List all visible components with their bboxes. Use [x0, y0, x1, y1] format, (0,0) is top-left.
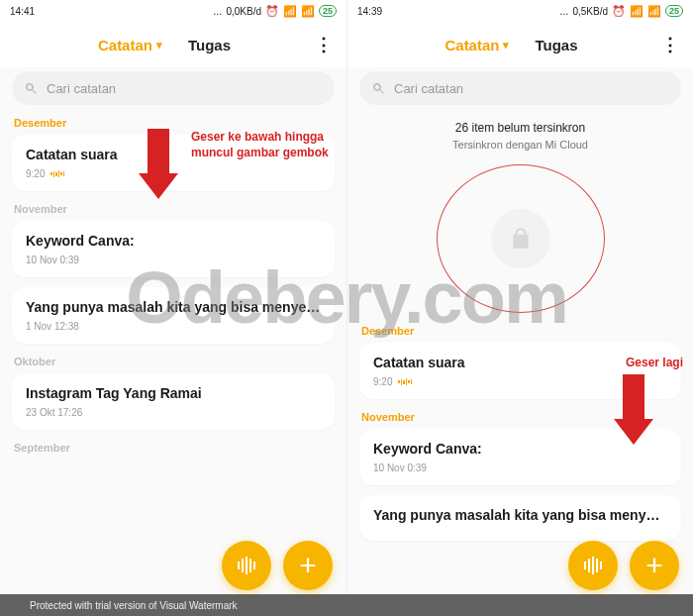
search-icon — [371, 81, 386, 96]
note-card[interactable]: Yang punya masalah kita yang bisa menyel… — [12, 287, 335, 344]
sync-status: 26 item belum tersinkron Tersinkron deng… — [347, 115, 693, 154]
note-title: Catatan suara — [373, 355, 667, 370]
note-title: Keyword Canva: — [26, 233, 321, 249]
signal-icon: 📶 — [283, 5, 297, 18]
sync-service: Tersinkron dengan Mi Cloud — [357, 139, 683, 151]
add-note-button[interactable]: + — [630, 541, 679, 590]
search-input[interactable] — [47, 81, 323, 96]
net-speed: 0,5KB/d — [572, 6, 608, 17]
wifi-icon: 📶 — [647, 5, 661, 18]
fab-group: + — [222, 541, 333, 590]
voice-icon — [50, 170, 64, 177]
search-bar[interactable] — [359, 71, 681, 105]
add-note-button[interactable]: + — [283, 541, 333, 590]
pull-lock-indicator — [437, 164, 605, 313]
tutorial-hint: Geser lagi — [626, 355, 683, 370]
voice-note-button[interactable] — [568, 541, 618, 590]
note-title: Instagram Tag Yang Ramai — [26, 385, 321, 401]
lock-icon — [491, 209, 550, 268]
status-bar: 14:39 ... 0,5KB/d ⏰ 📶 📶 25 — [347, 0, 693, 22]
battery-icon: 25 — [319, 5, 337, 17]
status-bar: 14:41 ... 0,0KB/d ⏰ 📶 📶 25 — [0, 0, 346, 22]
voice-icon — [398, 378, 412, 385]
header: Catatan Tugas ⋮ — [347, 22, 693, 67]
screenshot-left: 14:41 ... 0,0KB/d ⏰ 📶 📶 25 Catatan Tugas… — [0, 0, 346, 616]
voice-note-button[interactable] — [222, 541, 271, 590]
tutorial-arrow-icon — [614, 374, 653, 454]
note-meta: 10 Nov 0:39 — [373, 462, 667, 473]
screenshot-right: 14:39 ... 0,5KB/d ⏰ 📶 📶 25 Catatan Tugas… — [346, 0, 693, 616]
tab-notes[interactable]: Catatan — [98, 37, 162, 53]
wifi-icon: 📶 — [301, 5, 315, 18]
signal-icon: 📶 — [630, 5, 644, 18]
sync-count: 26 item belum tersinkron — [357, 121, 683, 135]
tab-tasks[interactable]: Tugas — [535, 37, 577, 53]
note-meta: 10 Nov 0:39 — [26, 255, 321, 265]
note-card[interactable]: Instagram Tag Yang Ramai 23 Okt 17:26 — [12, 373, 335, 430]
note-title: Yang punya masalah kita yang bisa menyel… — [373, 507, 667, 523]
fab-group: + — [568, 541, 679, 590]
net-speed: 0,0KB/d — [226, 6, 261, 17]
clock: 14:39 — [357, 6, 382, 17]
note-meta: 23 Okt 17:26 — [26, 407, 321, 418]
search-bar[interactable] — [12, 71, 335, 105]
alarm-icon: ⏰ — [265, 5, 279, 18]
note-card[interactable]: Keyword Canva: 10 Nov 0:39 — [12, 221, 335, 277]
tab-tasks[interactable]: Tugas — [188, 37, 231, 53]
note-meta: 1 Nov 12:38 — [26, 321, 321, 332]
search-input[interactable] — [394, 81, 669, 96]
clock: 14:41 — [10, 6, 35, 17]
menu-icon[interactable]: ⋮ — [661, 34, 679, 55]
header: Catatan Tugas ⋮ — [0, 22, 346, 67]
battery-icon: 25 — [665, 5, 683, 17]
month-header: Desember — [361, 325, 679, 337]
note-title: Yang punya masalah kita yang bisa menyel… — [26, 299, 321, 315]
alarm-icon: ⏰ — [612, 5, 626, 18]
month-header: Oktober — [14, 356, 333, 367]
tutorial-hint: Geser ke bawah hingga muncul gambar gemb… — [191, 129, 340, 160]
month-header: Desember — [14, 117, 333, 129]
menu-icon[interactable]: ⋮ — [315, 34, 333, 55]
tab-notes[interactable]: Catatan — [445, 37, 509, 53]
search-icon — [24, 81, 39, 96]
month-header: September — [14, 442, 333, 454]
tutorial-arrow-icon — [139, 129, 178, 208]
note-card[interactable]: Yang punya masalah kita yang bisa menyel… — [359, 495, 681, 541]
